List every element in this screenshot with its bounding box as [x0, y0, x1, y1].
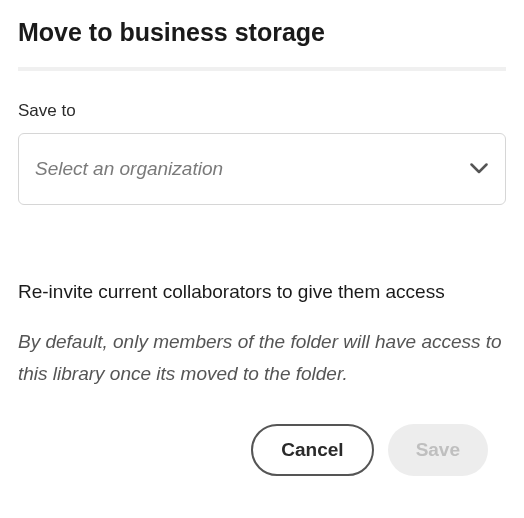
dialog-title: Move to business storage: [18, 18, 506, 47]
reinvite-description: By default, only members of the folder w…: [18, 326, 506, 391]
save-button[interactable]: Save: [388, 424, 488, 476]
cancel-button[interactable]: Cancel: [251, 424, 373, 476]
divider: [18, 67, 506, 71]
move-to-business-storage-dialog: Move to business storage Save to Select …: [18, 18, 506, 500]
reinvite-heading: Re-invite current collaborators to give …: [18, 279, 506, 306]
save-to-label: Save to: [18, 101, 506, 121]
organization-select-wrapper: Select an organization: [18, 133, 506, 205]
organization-select-placeholder: Select an organization: [35, 158, 223, 180]
button-row: Cancel Save: [251, 424, 488, 476]
organization-select[interactable]: Select an organization: [18, 133, 506, 205]
